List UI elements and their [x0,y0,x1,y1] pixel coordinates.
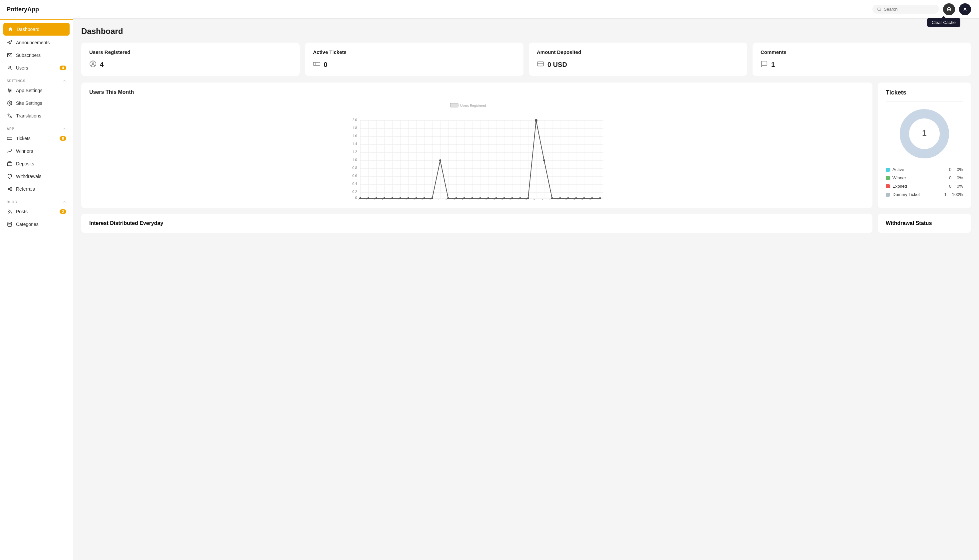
sidebar-item-users[interactable]: Users 4 [0,62,73,74]
svg-point-84 [375,197,377,199]
stat-card-users-registered: Users Registered 4 [81,43,300,76]
svg-point-89 [415,197,417,199]
sidebar-label-categories: Categories [16,222,38,227]
svg-point-90 [423,197,425,199]
translate-icon [7,113,13,119]
header: A Clear Cache [73,0,979,18]
svg-point-14 [10,190,12,191]
svg-point-91 [431,197,433,199]
sidebar-label-deposits: Deposits [16,161,34,167]
sidebar-label-subscribers: Subscribers [16,53,41,58]
posts-badge: 2 [60,209,66,214]
second-row: Interest Distributed Everyday Withdrawal… [81,213,971,233]
sidebar-label-posts: Posts [16,209,28,214]
donut-chart-svg: 1 [898,107,951,160]
search-input[interactable] [884,7,934,12]
expired-dot [886,184,890,188]
sidebar-item-tickets[interactable]: Tickets 0 [0,132,73,145]
legend-label-winner: Winner [892,175,946,180]
svg-point-18 [8,222,12,223]
svg-rect-27 [450,103,458,107]
svg-point-86 [391,197,393,199]
users-chart-card: Users This Month .grid-line { stroke: #e… [81,83,872,208]
user-circle-icon [89,60,97,69]
interest-title: Interest Distributed Everyday [89,220,864,226]
legend-pct-expired: 0% [957,184,963,189]
svg-point-92 [439,159,441,162]
sidebar-item-site-settings[interactable]: Site Settings [0,97,73,110]
blog-section-label: BLOG [0,195,73,205]
clear-cache-tooltip: Clear Cache [927,18,961,27]
money-icon [537,60,544,69]
legend-dummy: Dummy Ticket 1 100% [886,192,963,197]
ticket-stat-icon [313,60,320,69]
sidebar-item-deposits[interactable]: Deposits [0,157,73,170]
stat-card-comments: Comments 1 [753,43,971,76]
svg-point-100 [503,197,505,199]
svg-text:1.6: 1.6 [352,134,357,138]
interest-card: Interest Distributed Everyday [81,213,872,233]
sidebar-item-app-settings[interactable]: App Settings [0,84,73,97]
svg-point-87 [399,197,401,199]
svg-point-106 [551,197,553,199]
search-box[interactable] [872,5,939,13]
sidebar-item-referrals[interactable]: Referrals [0,183,73,195]
page-title: Dashboard [81,27,971,36]
svg-point-13 [10,187,12,188]
svg-point-105 [543,159,545,162]
ticket-icon [7,135,13,142]
stats-grid: Users Registered 4 Active Tickets 0 [81,43,971,76]
user-avatar-button[interactable]: A [959,3,971,15]
legend-count-active: 0 [949,167,951,172]
home-icon [7,26,13,32]
sidebar-item-announcements[interactable]: Announcements [0,36,73,49]
sidebar-item-subscribers[interactable]: Subscribers [0,49,73,62]
users-badge: 4 [60,65,66,70]
legend-count-expired: 0 [949,184,951,189]
svg-point-95 [463,197,465,199]
clear-cache-button[interactable] [943,3,955,15]
gear-icon [7,100,13,106]
sidebar-item-posts[interactable]: Posts 2 [0,205,73,218]
svg-text:1.0: 1.0 [352,158,357,162]
tickets-card: Tickets 1 Active 0 0% [878,83,971,208]
sidebar-item-translations[interactable]: Translations [0,110,73,122]
sidebar-label-tickets: Tickets [16,136,31,141]
sidebar: PotteryApp Dashboard Announcements Subsc… [0,0,73,560]
comment-icon [760,60,768,69]
svg-point-17 [8,213,8,213]
svg-point-110 [583,197,585,199]
svg-point-102 [519,197,521,199]
svg-point-96 [471,197,473,199]
svg-point-94 [455,197,457,199]
stat-value-comments: 1 [760,60,963,69]
search-icon [877,7,881,12]
tickets-legend: Active 0 0% Winner 0 0% Expired 0 [886,167,963,197]
sidebar-item-withdrawals[interactable]: Withdrawals [0,170,73,183]
svg-point-111 [591,197,593,199]
db-icon [7,221,13,227]
svg-text:0.2: 0.2 [352,190,357,194]
sidebar-item-winners[interactable]: Winners [0,145,73,157]
svg-point-88 [407,197,409,199]
svg-rect-25 [538,62,543,66]
deposit-icon [7,161,13,167]
legend-label-expired: Expired [892,184,946,189]
megaphone-icon [7,40,13,46]
svg-point-5 [8,89,9,90]
svg-point-107 [559,197,561,199]
sidebar-item-categories[interactable]: Categories [0,218,73,231]
referral-icon [7,186,13,192]
svg-point-97 [479,197,481,199]
svg-point-101 [511,197,513,199]
svg-text:1.8: 1.8 [352,126,357,130]
bottom-grid: Users This Month .grid-line { stroke: #e… [81,83,971,208]
svg-point-22 [92,62,94,64]
svg-point-109 [575,197,577,199]
rss-icon [7,208,13,215]
sidebar-item-dashboard[interactable]: Dashboard [3,23,70,36]
svg-text:1.4: 1.4 [352,142,357,146]
stat-title-users: Users Registered [89,49,292,55]
stat-card-amount-deposited: Amount Deposited 0 USD [529,43,747,76]
legend-pct-winner: 0% [957,175,963,180]
